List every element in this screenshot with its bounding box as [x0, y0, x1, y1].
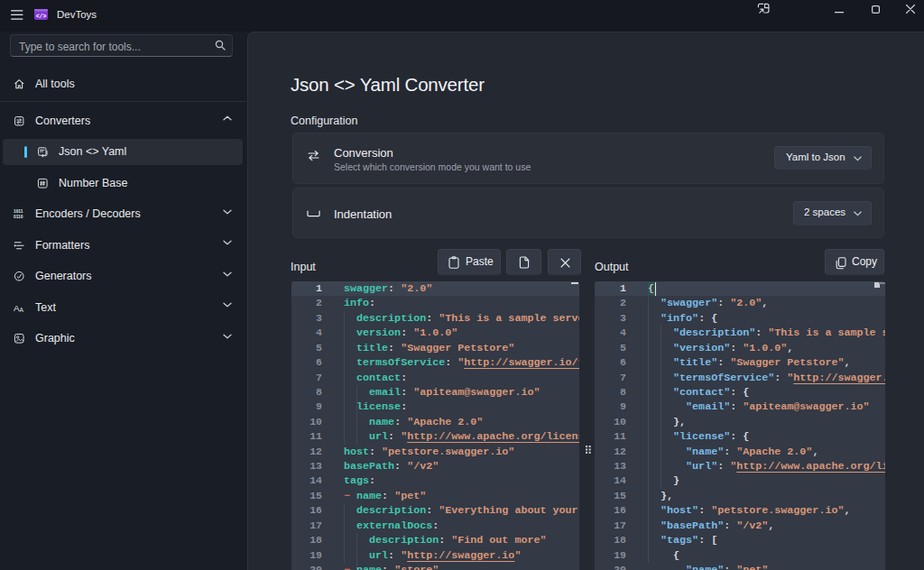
svg-text:A: A — [20, 307, 24, 313]
svg-text:0110: 0110 — [14, 215, 23, 219]
svg-text:1011: 1011 — [14, 209, 23, 214]
svg-text:</>: </> — [36, 14, 47, 20]
